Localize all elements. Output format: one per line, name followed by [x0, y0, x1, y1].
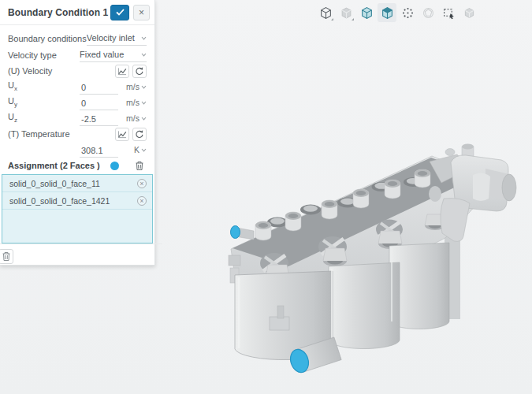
temperature-group-label: (T) Temperature — [8, 129, 115, 139]
chevron-down-icon — [141, 148, 147, 152]
delete-boundary-condition-button[interactable] — [0, 249, 13, 264]
chevron-down-icon — [141, 36, 147, 40]
velocity-group-label: (U) Velocity — [8, 66, 115, 76]
velocity-type-select[interactable]: Fixed value — [80, 48, 147, 62]
uz-row: Uz m/s — [8, 110, 147, 126]
uz-unit-select[interactable]: m/s — [118, 113, 147, 123]
uz-input[interactable] — [80, 114, 118, 125]
boundary-condition-panel: Boundary Condition 1 × Boundary conditio… — [0, 0, 155, 266]
isometric-view-icon[interactable] — [316, 3, 335, 22]
apply-button[interactable] — [110, 5, 129, 20]
model-left-bracket[interactable] — [229, 255, 240, 266]
remove-assignment-icon[interactable]: × — [137, 179, 147, 188]
hide-part-icon[interactable] — [459, 3, 478, 22]
close-button[interactable]: × — [133, 5, 150, 20]
panel-body: Boundary conditions Velocity inlet Veloc… — [0, 25, 154, 243]
boundary-conditions-select[interactable]: Velocity inlet — [87, 32, 147, 46]
vertex-select-icon[interactable] — [398, 3, 417, 22]
assignment-list: solid_0_solid_0_face_11 × solid_0_solid_… — [2, 174, 153, 243]
ux-label: Ux — [8, 80, 80, 92]
temperature-reset-button[interactable] — [132, 128, 147, 141]
ux-row: Ux m/s — [8, 79, 147, 95]
velocity-reset-button[interactable] — [132, 65, 147, 78]
assignment-item[interactable]: solid_0_solid_0_face_1421 × — [2, 192, 152, 210]
temperature-chart-button[interactable] — [115, 128, 129, 141]
temperature-group-row: (T) Temperature — [8, 126, 147, 142]
undo-icon — [135, 66, 144, 76]
assignment-label: Assignment (2 Faces ) — [8, 161, 110, 170]
ux-input[interactable] — [80, 83, 118, 94]
ux-unit-select[interactable]: m/s — [118, 82, 147, 91]
selected-face-1[interactable] — [231, 226, 240, 239]
remove-assignment-icon[interactable]: × — [137, 196, 147, 206]
viewer-toolbar — [316, 3, 478, 22]
sphere-select-icon[interactable] — [419, 3, 437, 22]
undo-icon — [135, 129, 144, 139]
box-select-icon[interactable] — [439, 3, 458, 22]
velocity-chart-button[interactable] — [115, 65, 129, 78]
boundary-conditions-row: Boundary conditions Velocity inlet — [8, 30, 147, 46]
volume-select-icon[interactable] — [357, 3, 376, 22]
chevron-down-icon — [141, 101, 147, 105]
close-icon: × — [139, 8, 144, 17]
uy-unit-select[interactable]: m/s — [118, 98, 147, 107]
trash-icon — [135, 161, 144, 171]
panel-footer — [0, 243, 162, 265]
temperature-row: K — [8, 142, 147, 158]
uy-input[interactable] — [80, 98, 118, 110]
velocity-type-label: Velocity type — [8, 50, 80, 60]
uy-row: Uy m/s — [8, 95, 147, 110]
shaded-cube-icon[interactable] — [337, 3, 355, 22]
assignment-select-toggle[interactable] — [110, 162, 119, 170]
uz-label: Uz — [8, 112, 80, 124]
chevron-down-icon — [141, 117, 147, 121]
uy-label: Uy — [8, 96, 80, 108]
chart-icon — [117, 130, 127, 139]
assignment-header-row: Assignment (2 Faces ) — [8, 159, 147, 172]
page-title: Boundary Condition 1 — [8, 7, 110, 18]
chevron-down-icon — [141, 85, 147, 89]
application-window: Boundary Condition 1 × Boundary conditio… — [0, 0, 532, 394]
check-icon — [116, 9, 125, 16]
chevron-down-icon — [141, 53, 147, 57]
velocity-group-row: (U) Velocity — [8, 63, 147, 79]
velocity-type-row: Velocity type Fixed value — [8, 46, 147, 63]
panel-header: Boundary Condition 1 × — [0, 0, 154, 25]
assignment-clear-button[interactable] — [132, 161, 147, 171]
assignment-item[interactable]: solid_0_solid_0_face_11 × — [2, 175, 152, 192]
boundary-conditions-label: Boundary conditions — [8, 34, 87, 43]
temperature-input[interactable] — [80, 146, 118, 157]
trash-icon — [2, 251, 11, 262]
temperature-unit-select[interactable]: K — [118, 145, 147, 154]
face-select-icon[interactable] — [378, 3, 396, 22]
chart-icon — [117, 67, 127, 76]
model-left-stub[interactable] — [231, 226, 255, 240]
